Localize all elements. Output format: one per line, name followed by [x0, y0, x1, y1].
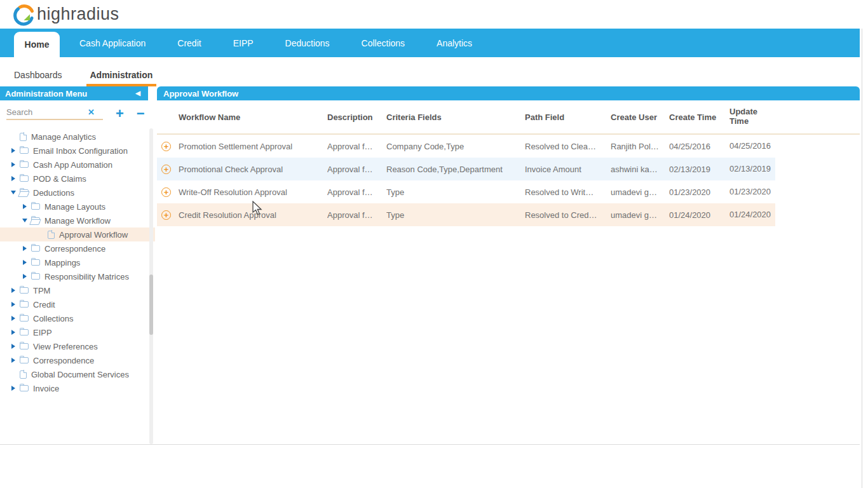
tree-item-email-inbox-configuration[interactable]: Email Inbox Configuration [0, 144, 155, 158]
tree-item-invoice[interactable]: Invoice [0, 381, 155, 395]
top-header: highradius [0, 0, 868, 29]
tree-item-eipp[interactable]: EIPP [0, 325, 155, 339]
path-field-cell: Resolved to Writ… [525, 187, 611, 197]
sidebar-scrollbar[interactable] [149, 128, 153, 444]
description-cell: Approval f… [327, 210, 386, 220]
tree-item-cash-app-automation[interactable]: Cash App Automation [0, 158, 155, 172]
collapse-panel-icon[interactable]: ◀ [133, 89, 143, 98]
nav-tab-collections[interactable]: Collections [346, 29, 421, 57]
expand-row-icon[interactable]: + [161, 210, 171, 220]
nav-tab-deductions[interactable]: Deductions [269, 29, 346, 57]
create-time-cell: 01/23/2020 [669, 187, 729, 197]
tree-item-global-document-services[interactable]: Global Document Services [0, 367, 155, 381]
update-time-cell: 01/24/2020 [729, 210, 780, 220]
create-user-cell: ashwini ka… [611, 165, 669, 174]
nav-tab-credit[interactable]: Credit [161, 29, 217, 57]
logo-text: highradius [37, 4, 119, 24]
tree-item-label: Email Inbox Configuration [33, 146, 128, 156]
create-user-cell: Ranjith Pol… [611, 142, 669, 151]
nav-tab-cash-application[interactable]: Cash Application [64, 29, 161, 57]
chevron-down-icon[interactable] [11, 191, 16, 194]
tree-item-correspondence-deductions[interactable]: Correspondence [0, 241, 155, 255]
tree-item-label: Responsibility Matrices [44, 272, 129, 281]
tree-item-correspondence[interactable]: Correspondence [0, 353, 155, 367]
chevron-right-icon[interactable] [11, 358, 15, 363]
column-header-workflow-name: Workflow Name [179, 112, 327, 122]
clear-search-icon[interactable]: ✕ [88, 107, 95, 117]
tree-item-credit[interactable]: Credit [0, 297, 155, 311]
tree-item-deductions[interactable]: Deductions [0, 186, 155, 200]
chevron-down-icon[interactable] [22, 219, 27, 222]
expand-row-icon[interactable]: + [161, 142, 171, 151]
expand-all-icon[interactable]: + [116, 107, 124, 121]
collapse-all-icon[interactable]: − [137, 107, 145, 121]
description-cell: Approval f… [327, 187, 386, 197]
tab-administration[interactable]: Administration [86, 65, 157, 86]
nav-tab-analytics[interactable]: Analytics [421, 29, 488, 57]
scrollbar-thumb[interactable] [149, 274, 153, 335]
criteria-fields-cell: Type [386, 187, 525, 197]
criteria-fields-cell: Reason Code,Type,Department [386, 165, 525, 174]
folder-icon [20, 343, 29, 349]
tree-item-pod-claims[interactable]: POD & Claims [0, 172, 155, 186]
tree-item-label: View Preferences [33, 342, 98, 351]
panel-title: Approval Workflow [163, 89, 238, 98]
tree-item-responsibility-matrices[interactable]: Responsibility Matrices [0, 269, 155, 283]
chevron-right-icon[interactable] [23, 274, 27, 279]
content-area: Administration Menu ◀ ✕ + − Manage Analy… [0, 86, 860, 445]
column-header-update-time: Update Time [729, 107, 780, 126]
table-row[interactable]: + Promotion Settlement Approval Approval… [157, 135, 775, 158]
chevron-right-icon[interactable] [11, 176, 15, 181]
app-window: highradius Home Cash Application Credit … [0, 0, 868, 488]
expand-row-icon[interactable]: + [161, 165, 171, 174]
criteria-fields-cell: Company Code,Type [386, 142, 525, 151]
chevron-right-icon[interactable] [11, 330, 15, 335]
administration-menu-title: Administration Menu [5, 89, 87, 98]
tree-item-label: Manage Analytics [31, 132, 96, 142]
tree-item-tpm[interactable]: TPM [0, 283, 155, 297]
create-time-cell: 04/25/2016 [669, 142, 729, 151]
tree-item-manage-workflow[interactable]: Manage Workflow [0, 214, 155, 227]
tree-item-manage-analytics[interactable]: Manage Analytics [0, 130, 155, 144]
chevron-right-icon[interactable] [23, 204, 27, 209]
expand-row-icon[interactable]: + [161, 187, 171, 197]
chevron-right-icon[interactable] [11, 302, 15, 307]
administration-menu-panel: Administration Menu ◀ ✕ + − Manage Analy… [0, 86, 155, 444]
search-input[interactable] [6, 107, 88, 117]
description-cell: Approval f… [327, 142, 386, 151]
search-box: ✕ [6, 107, 103, 120]
column-header-create-time: Create Time [669, 112, 729, 122]
tree-item-label: Approval Workflow [59, 230, 128, 240]
tree-item-label: POD & Claims [33, 174, 86, 184]
chevron-right-icon[interactable] [23, 246, 27, 251]
tree-item-collections[interactable]: Collections [0, 311, 155, 325]
tree-item-mappings[interactable]: Mappings [0, 255, 155, 269]
administration-menu-header: Administration Menu ◀ [0, 86, 148, 100]
open-folder-icon [20, 189, 29, 196]
tree-item-view-preferences[interactable]: View Preferences [0, 339, 155, 353]
approval-workflow-panel: Approval Workflow Workflow Name Descript… [157, 86, 860, 444]
chevron-right-icon[interactable] [11, 386, 15, 391]
chevron-right-icon[interactable] [11, 288, 15, 293]
folder-icon [20, 287, 29, 294]
create-user-cell: umadevi g… [611, 210, 669, 220]
chevron-right-icon[interactable] [23, 260, 27, 265]
chevron-right-icon[interactable] [11, 148, 15, 153]
sub-nav: Dashboards Administration [0, 57, 868, 86]
table-row[interactable]: + Write-Off Resolution Approval Approval… [157, 180, 775, 203]
update-time-cell: 01/23/2020 [729, 187, 780, 197]
tab-dashboards[interactable]: Dashboards [10, 65, 66, 86]
tree-item-label: Global Document Services [31, 370, 129, 379]
table-row[interactable]: + Credit Resolution Approval Approval f…… [157, 203, 775, 226]
tree-item-approval-workflow[interactable]: Approval Workflow [0, 227, 155, 241]
folder-icon [20, 329, 29, 336]
update-time-cell: 02/13/2019 [729, 165, 780, 174]
tree-item-manage-layouts[interactable]: Manage Layouts [0, 200, 155, 214]
nav-tab-home[interactable]: Home [14, 32, 60, 57]
chevron-right-icon[interactable] [11, 344, 15, 349]
nav-tab-eipp[interactable]: EIPP [217, 29, 269, 57]
table-row[interactable]: + Promotional Check Approval Approval f…… [157, 158, 775, 180]
highradius-logo: highradius [13, 3, 119, 26]
chevron-right-icon[interactable] [11, 162, 15, 167]
chevron-right-icon[interactable] [11, 316, 15, 321]
